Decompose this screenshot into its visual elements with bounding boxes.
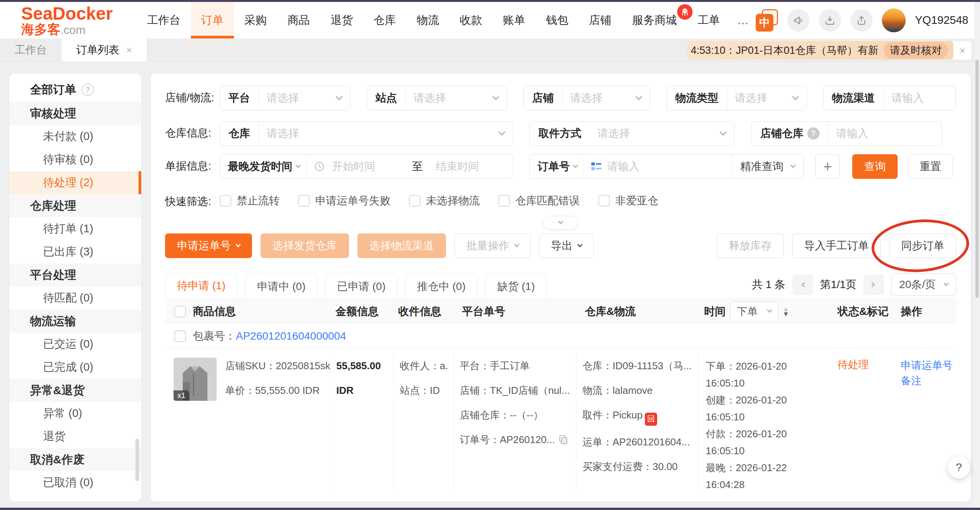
sidebar-item-delivered[interactable]: 已交运 (0) (9, 333, 141, 356)
select-all-checkbox[interactable] (174, 306, 186, 317)
quick-filter-waybill-failed[interactable]: 申请运单号失败 (298, 193, 391, 208)
nav-item-bills[interactable]: 账单 (493, 2, 536, 38)
filters-collapse-button[interactable] (543, 216, 578, 230)
nav-item-warehouse[interactable]: 仓库 (363, 2, 406, 38)
shop-warehouse-input[interactable] (828, 127, 942, 140)
logistics-channel-input[interactable] (884, 92, 955, 104)
checkbox[interactable] (498, 195, 510, 207)
chevron-down-icon (577, 242, 583, 247)
sidebar-scrollbar-thumb[interactable] (135, 439, 139, 481)
shop-warehouse-field[interactable]: 店铺仓库? (751, 121, 942, 146)
share-export-icon[interactable] (850, 9, 873, 32)
nav-item-orders[interactable]: 订单 (191, 2, 234, 38)
col-warehouse-logistics: 仓库&物流 (576, 304, 699, 319)
username[interactable]: YQ192548 (915, 14, 968, 27)
notice-close-icon[interactable]: × (953, 45, 972, 57)
page-size-select[interactable]: 20条/页 (891, 273, 956, 296)
checkbox[interactable] (409, 195, 421, 207)
nav-item-logistics[interactable]: 物流 (406, 2, 449, 38)
tab-applied[interactable]: 已申请 (0) (325, 273, 397, 299)
sidebar-item-to-match[interactable]: 待匹配 (0) (9, 287, 141, 310)
tab-pushing[interactable]: 推仓中 (0) (405, 273, 477, 299)
sidebar-item-all-orders[interactable]: 全部订单 ? (9, 77, 141, 102)
page-scrollbar-thumb[interactable] (975, 60, 979, 298)
sidebar-item-unpaid[interactable]: 未付款 (0) (9, 125, 141, 148)
export-button[interactable]: 导出 (539, 233, 594, 258)
start-date-input[interactable]: 开始时间 (332, 159, 409, 174)
announcement-icon[interactable] (787, 9, 810, 32)
checkbox[interactable] (598, 195, 610, 207)
select-shipping-warehouse-button[interactable]: 选择发货仓库 (260, 233, 349, 258)
quick-filter-warehouse-mismatch[interactable]: 仓库匹配错误 (498, 193, 580, 208)
nav-item-work-orders[interactable]: 工单 (687, 2, 730, 38)
tab-order-list[interactable]: 订单列表 × (62, 38, 147, 62)
nav-item-service-mall[interactable]: 服务商城 (622, 2, 687, 38)
shop-select[interactable]: 店铺 请选择 (523, 86, 650, 110)
sidebar-item-cancelled[interactable]: 已取消 (0) (9, 471, 141, 494)
nav-item-products[interactable]: 商品 (277, 2, 320, 38)
search-button[interactable]: 查询 (852, 154, 898, 179)
sidebar-item-returns[interactable]: 退货 (9, 425, 141, 448)
nav-more-button[interactable]: … (730, 14, 756, 27)
sidebar-item-shipped-out[interactable]: 已出库 (3) (9, 240, 141, 263)
checkbox[interactable] (220, 195, 231, 207)
package-number-link[interactable]: AP2601201604000004 (236, 330, 346, 342)
time-sort-select[interactable]: 下单 (730, 302, 778, 322)
nav-item-stores[interactable]: 店铺 (579, 2, 622, 38)
tab-to-apply[interactable]: 待申请 (1) (165, 272, 237, 299)
nav-item-workbench[interactable]: 工作台 (137, 2, 191, 38)
checkbox[interactable] (298, 195, 310, 207)
reset-button[interactable]: 重置 (908, 154, 953, 179)
package-checkbox[interactable] (174, 330, 186, 342)
tab-out-of-stock[interactable]: 缺货 (1) (485, 273, 547, 299)
add-filter-button[interactable]: + (815, 154, 840, 179)
pickup-method-select[interactable]: 取件方式 请选择 (529, 121, 735, 146)
app-logo[interactable]: SeaDocker 海多客.com (21, 4, 137, 37)
download-icon[interactable] (819, 9, 841, 32)
end-date-input[interactable]: 结束时间 (426, 159, 513, 174)
batch-operations-button[interactable]: 批量操作 (454, 233, 531, 258)
recipient-name: 收件人：a. (400, 358, 453, 374)
tab-applying[interactable]: 申请中 (0) (245, 273, 317, 299)
release-stock-button[interactable]: 释放库存 (717, 233, 784, 258)
platform-select[interactable]: 平台 请选择 (220, 86, 351, 110)
next-page-button[interactable] (863, 274, 884, 295)
order-no-type-select[interactable]: 订单号 (530, 159, 574, 174)
order-no-input[interactable] (603, 160, 731, 173)
warehouse-select[interactable]: 仓库 请选择 (220, 121, 513, 146)
sidebar-item-to-print[interactable]: 待打单 (1) (9, 217, 141, 240)
product-image[interactable]: x1 (174, 358, 217, 401)
page-scrollbar[interactable] (974, 2, 980, 508)
logistics-type-select[interactable]: 物流类型 请选择 (666, 86, 807, 110)
nav-item-collection[interactable]: 收款 (449, 2, 493, 38)
multi-value-input-icon[interactable] (584, 160, 603, 173)
sidebar-item-completed[interactable]: 已完成 (0) (9, 356, 141, 379)
logistics-channel-field[interactable]: 物流渠道 (823, 86, 956, 110)
sidebar-item-pending[interactable]: 待处理 (2) (9, 171, 141, 194)
sidebar-item-pending-review[interactable]: 待审核 (0) (9, 148, 141, 171)
row-apply-tracking-link[interactable]: 申请运单号 (901, 358, 956, 373)
precise-query-select[interactable]: 精准查询 (732, 159, 788, 174)
sync-orders-button[interactable]: 同步订单 (889, 233, 956, 258)
time-type-select[interactable]: 最晚发货时间 (220, 159, 296, 174)
sort-toggle-icon[interactable]: ▲▼ (783, 307, 789, 317)
select-logistics-channel-button[interactable]: 选择物流渠道 (357, 233, 446, 258)
nav-item-wallet[interactable]: 钱包 (536, 2, 579, 38)
quick-filter-non-aiya[interactable]: 非爱亚仓 (598, 193, 658, 208)
quick-filter-no-logistics[interactable]: 未选择物流 (409, 193, 480, 208)
site-select[interactable]: 站点 请选择 (367, 86, 507, 110)
row-remark-link[interactable]: 备注 (901, 373, 956, 388)
apply-tracking-number-button[interactable]: 申请运单号 (165, 233, 252, 258)
prev-page-button[interactable] (792, 274, 813, 295)
import-manual-order-button[interactable]: 导入手工订单 (792, 233, 881, 258)
copy-icon[interactable] (558, 433, 569, 450)
sidebar-item-abnormal[interactable]: 异常 (0) (9, 402, 141, 425)
user-avatar[interactable] (882, 8, 906, 32)
tab-close-icon[interactable]: × (126, 44, 132, 56)
language-switch-icon[interactable]: 中 (756, 9, 778, 32)
nav-item-purchase[interactable]: 采购 (234, 2, 277, 38)
tab-workbench[interactable]: 工作台 (0, 38, 62, 62)
quick-filter-forbid-flow[interactable]: 禁止流转 (220, 193, 280, 208)
help-fab-button[interactable]: ? (948, 456, 970, 478)
nav-item-returns[interactable]: 退货 (320, 2, 363, 38)
